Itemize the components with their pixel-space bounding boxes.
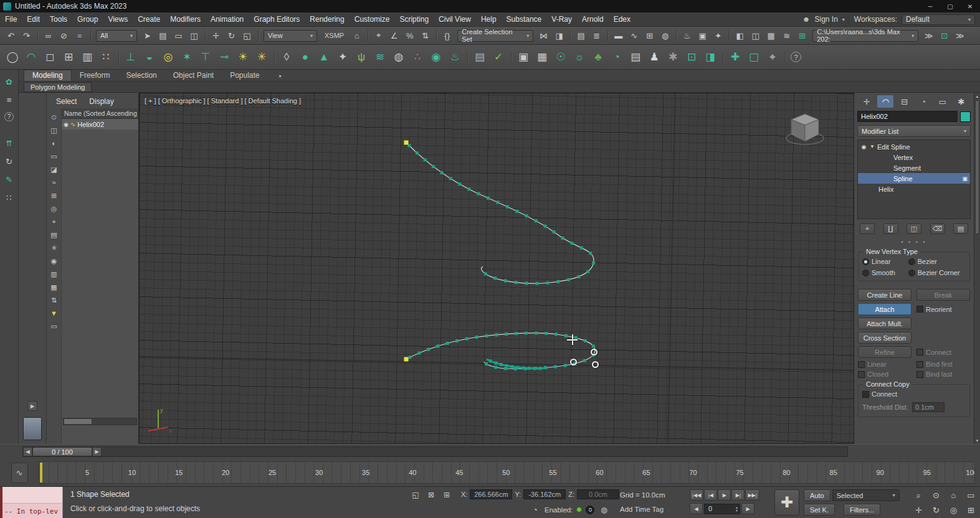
- orbit-light-icon[interactable]: ◔: [608, 48, 626, 66]
- previous-key-button[interactable]: |◀: [704, 489, 717, 501]
- teapot-icon[interactable]: ♨: [446, 48, 464, 66]
- bind-first-checkbox[interactable]: Bind first: [916, 360, 970, 368]
- object-name-field[interactable]: Helix002: [857, 111, 958, 122]
- ribbon-tab[interactable]: Modeling: [24, 70, 72, 81]
- create-tab[interactable]: ✛: [859, 95, 875, 108]
- selection-lock-icon[interactable]: ⊠: [426, 489, 437, 500]
- close-button[interactable]: ✕: [960, 0, 980, 12]
- next-key-button[interactable]: ▶|: [731, 489, 745, 501]
- select-and-rotate-icon[interactable]: ↻: [224, 29, 239, 42]
- grid-dots-icon[interactable]: ∷: [3, 192, 16, 204]
- ribbon-toggle-icon[interactable]: ▬: [611, 29, 626, 42]
- select-and-move-icon[interactable]: ✛: [209, 29, 223, 42]
- cross-section-button[interactable]: Cross Section: [858, 332, 911, 344]
- select-and-place-icon[interactable]: ⌂: [350, 29, 364, 42]
- eyeball-icon[interactable]: ◉: [427, 48, 445, 66]
- layers-filter-icon[interactable]: ▥: [49, 270, 59, 278]
- shapes-filter-icon[interactable]: ◐: [49, 139, 59, 148]
- go-to-start-button[interactable]: |◀◀: [690, 489, 703, 501]
- menu-item[interactable]: Animation: [206, 12, 249, 26]
- display-none-icon[interactable]: ⊙: [49, 113, 59, 121]
- materials-filter-icon[interactable]: ◉: [49, 257, 59, 265]
- window-primitive-icon[interactable]: ⊞: [60, 48, 77, 66]
- donut-icon[interactable]: ◎: [159, 48, 177, 66]
- object-color-swatch[interactable]: [960, 111, 971, 122]
- clip-monitor-icon[interactable]: ◨: [702, 48, 719, 66]
- tree-icon[interactable]: ♣: [589, 48, 607, 66]
- probe-icon[interactable]: ⌖: [764, 48, 781, 66]
- filter-icon[interactable]: ▼: [49, 309, 59, 318]
- panel-icon[interactable]: ▥: [78, 48, 96, 66]
- axis-tripod-icon[interactable]: ∴: [409, 48, 426, 66]
- camera-icon[interactable]: ▣: [515, 48, 532, 66]
- menu-item[interactable]: Edit: [22, 12, 45, 26]
- curve-editor-icon[interactable]: ∿: [627, 29, 641, 42]
- command-panel-scrollbar[interactable]: ▲ ▼: [974, 93, 980, 444]
- pyramid-icon[interactable]: ◊: [278, 48, 295, 66]
- viewport-layout-icon[interactable]: ◧: [733, 29, 747, 42]
- current-frame-marker[interactable]: [40, 463, 42, 483]
- absolute-mode-icon[interactable]: ⊞: [441, 489, 452, 500]
- menu-item[interactable]: Tools: [45, 12, 72, 26]
- angle-snap-icon[interactable]: ∠: [387, 29, 401, 42]
- sun-icon[interactable]: ☀: [234, 48, 252, 66]
- align-icon[interactable]: ◨: [552, 29, 566, 42]
- particles-icon[interactable]: ∷: [97, 48, 115, 66]
- vertex-type-bezier-corner[interactable]: Bezier Corner: [908, 269, 966, 276]
- menu-item[interactable]: Rendering: [305, 12, 349, 26]
- containers-filter-icon[interactable]: ✳: [49, 243, 59, 252]
- scene-explorer-empty[interactable]: [62, 130, 138, 418]
- ribbon-tab[interactable]: Freeform: [72, 70, 118, 81]
- menu-item[interactable]: Modifiers: [165, 12, 206, 26]
- menu-item[interactable]: Civil View: [434, 12, 476, 26]
- key-filter-dropdown[interactable]: Selected ▾: [832, 489, 900, 501]
- fov-icon[interactable]: ◎: [945, 503, 962, 517]
- screen-icon[interactable]: ⊡: [683, 48, 700, 66]
- named-selection-sets-icon[interactable]: {}: [440, 29, 454, 42]
- bind-to-space-warp-icon[interactable]: ≈: [72, 29, 87, 42]
- column-header-name[interactable]: Name (Sorted Ascending: [62, 108, 138, 119]
- schematic-view-icon[interactable]: ⊞: [642, 29, 657, 42]
- lasso-tool-icon[interactable]: ◯: [4, 48, 21, 66]
- star-icon[interactable]: ✶: [178, 48, 196, 66]
- expand-arrow-icon[interactable]: ▼: [870, 144, 875, 149]
- listener-output[interactable]: -- In top-lev: [2, 504, 62, 518]
- biped-icon[interactable]: ♟: [645, 48, 663, 66]
- reference-coordinate-dropdown[interactable]: View ▾: [264, 30, 317, 42]
- helpers-filter-icon[interactable]: ≈: [49, 178, 59, 187]
- workspaces-dropdown[interactable]: Default ▾: [902, 14, 975, 25]
- undo-icon[interactable]: ↶: [4, 29, 18, 42]
- set-key-button[interactable]: ✚: [774, 489, 799, 516]
- cone-icon[interactable]: ▲: [315, 48, 333, 66]
- orbit-icon[interactable]: ↻: [928, 503, 944, 517]
- menu-item[interactable]: Edex: [609, 12, 635, 26]
- viewcube[interactable]: [783, 106, 830, 149]
- ribbon-tab[interactable]: Populate: [222, 70, 267, 81]
- sign-in-button[interactable]: Sign In: [814, 15, 837, 24]
- zoom-extents-icon[interactable]: ⌂: [945, 488, 962, 502]
- play-button[interactable]: ▶: [718, 489, 731, 501]
- previous-frame-button[interactable]: ◀: [23, 447, 32, 456]
- reorient-checkbox[interactable]: Reorient: [916, 306, 970, 313]
- scrollbar-thumb[interactable]: [975, 100, 979, 234]
- configure-modifier-sets-icon[interactable]: ▤: [953, 224, 968, 234]
- spark-icon[interactable]: ✦: [334, 48, 351, 66]
- next-frame-button[interactable]: ▶: [741, 503, 754, 514]
- box-primitive-icon[interactable]: ◻: [41, 48, 59, 66]
- check-icon[interactable]: ✓: [490, 48, 507, 66]
- scroll-up-icon[interactable]: ▲: [974, 93, 980, 100]
- project-folder-dropdown[interactable]: C:\Users\raana...s\3ds Max 202: ▾: [812, 30, 918, 42]
- attach-button[interactable]: Attach: [858, 303, 911, 315]
- named-selection-set-dropdown[interactable]: Create Selection Set ▾: [457, 30, 533, 42]
- y-coordinate-field[interactable]: -36.162cm: [523, 489, 566, 499]
- listener-icon[interactable]: ≡: [3, 94, 16, 106]
- scene-explorer-tab[interactable]: Display: [83, 96, 119, 108]
- menu-item[interactable]: Arnold: [577, 12, 609, 26]
- time-slider-handle[interactable]: 0 / 100: [32, 447, 92, 456]
- open-mini-curve-editor-button[interactable]: ∿: [11, 463, 28, 483]
- pin-stack-icon[interactable]: ⌖: [860, 224, 875, 234]
- material-editor-icon[interactable]: ◍: [658, 29, 672, 42]
- percent-snap-icon[interactable]: %: [402, 29, 417, 42]
- geometry-filter-icon[interactable]: ◫: [49, 126, 59, 134]
- polygon-modeling-icon[interactable]: ⇈: [3, 138, 16, 149]
